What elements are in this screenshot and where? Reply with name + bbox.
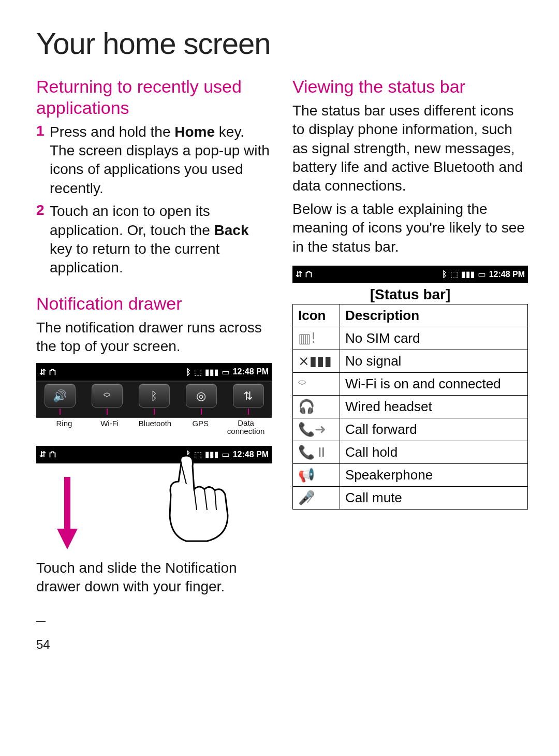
header-description: Description	[340, 304, 528, 327]
viewing-status-bar-body-1: The status bar uses different icons to d…	[292, 101, 528, 196]
no-sim-icon: ▥!	[298, 330, 316, 346]
wifi-toggle[interactable]: ⌔	[83, 382, 130, 417]
debug-icon: ⛫	[49, 367, 57, 377]
table-row: ×▮▮▮ No signal	[293, 350, 528, 372]
usb-icon: ⇵	[39, 449, 46, 459]
no-signal-icon: ×▮▮▮	[298, 353, 332, 369]
right-column: Viewing the status bar The status bar us…	[292, 71, 528, 601]
call-mute-icon: 🎤̷	[298, 490, 315, 505]
usb-icon: ⇵	[296, 269, 302, 279]
wifi-connected-desc: Wi-Fi is on and connected	[340, 372, 528, 395]
debug-icon: ⛫	[305, 269, 314, 279]
quick-toggle-row: 🔊 ⌔ ᛒ ◎ ⇅	[36, 381, 272, 418]
status-bar-sample-3: ⇵ ⛫ ᛒ ⬚ ▮▮▮ ▭ 12:48 PM	[292, 266, 528, 283]
step-2-bold: Back	[214, 222, 249, 238]
wired-headset-desc: Wired headset	[340, 395, 528, 418]
table-row: ⌔ Wi-Fi is on and connected	[293, 372, 528, 395]
data-icon: ⇅	[243, 389, 253, 402]
step-2-pre: Touch an icon to open its application. O…	[50, 203, 214, 238]
slide-caption: Touch and slide the Notification drawer …	[36, 559, 272, 597]
page-number: 54	[36, 637, 528, 652]
table-row: 🎤̷ Call mute	[293, 486, 528, 509]
status-time-1: 12:48 PM	[233, 367, 269, 376]
speakerphone-desc: Speakerphone	[340, 463, 528, 486]
bluetooth-toggle[interactable]: ᛒ	[130, 382, 178, 417]
status-time-3: 12:48 PM	[489, 270, 525, 279]
volume-icon: 🔊	[53, 389, 67, 402]
no-signal-desc: No signal	[340, 350, 528, 372]
step-2-number: 2	[36, 202, 50, 278]
viewing-status-bar-body-2: Below is a table explaining the meaning …	[292, 200, 528, 256]
call-mute-desc: Call mute	[340, 486, 528, 509]
gps-icon: ◎	[196, 389, 206, 402]
table-row: ▥! No SIM card	[293, 327, 528, 350]
usb-icon: ⇵	[39, 367, 46, 377]
step-2-post: key to return to the current application…	[50, 241, 219, 275]
wifi-icon: ⌔	[104, 389, 110, 402]
page-title: Your home screen	[36, 26, 528, 61]
debug-icon: ⛫	[49, 449, 57, 459]
signal-status-icon: ▮▮▮	[461, 269, 475, 279]
bluetooth-status-icon: ᛒ	[442, 269, 447, 279]
table-header-row: Icon Description	[293, 304, 528, 327]
svg-marker-1	[57, 529, 78, 549]
viewing-status-bar-heading: Viewing the status bar	[292, 76, 528, 97]
hand-pointer-icon	[150, 453, 243, 546]
step-2-text: Touch an icon to open its application. O…	[50, 202, 272, 278]
wifi-toggle-label: Wi-Fi	[87, 419, 133, 435]
battery-status-icon: ▭	[478, 269, 486, 279]
data-status-icon: ⬚	[450, 269, 458, 279]
ring-toggle-label: Ring	[41, 419, 87, 435]
left-column: Returning to recently used applications …	[36, 71, 272, 601]
table-row: 🎧 Wired headset	[293, 395, 528, 418]
step-1-number: 1	[36, 123, 50, 198]
call-hold-desc: Call hold	[340, 441, 528, 463]
table-row: 📞➜ Call forward	[293, 418, 528, 441]
speakerphone-icon: 📢	[298, 467, 315, 483]
ring-toggle[interactable]: 🔊	[36, 382, 83, 417]
header-icon: Icon	[293, 304, 340, 327]
step-1-pre: Press and hold the	[50, 124, 174, 140]
notification-drawer-figure: ⇵ ⛫ ᛒ ⬚ ▮▮▮ ▭ 12:48 PM 🔊	[36, 363, 272, 435]
svg-rect-0	[64, 477, 70, 529]
table-row: 📞⏸ Call hold	[293, 441, 528, 463]
status-bar-caption: [Status bar]	[292, 286, 528, 303]
gps-toggle-label: GPS	[178, 419, 223, 435]
wired-headset-icon: 🎧	[298, 399, 315, 414]
bluetooth-icon: ᛒ	[151, 389, 157, 402]
call-forward-desc: Call forward	[340, 418, 528, 441]
call-hold-icon: 📞⏸	[298, 444, 328, 460]
status-icon-table: Icon Description ▥! No SIM card ×▮▮▮ No …	[292, 304, 528, 510]
bluetooth-toggle-label: Bluetooth	[133, 419, 178, 435]
data-toggle-label: Data connection	[223, 419, 269, 435]
step-2: 2 Touch an icon to open its application.…	[36, 202, 272, 278]
step-1: 1 Press and hold the Home key. The scree…	[36, 123, 272, 198]
drag-illustration: ⇵ ⛫ ᛒ ⬚ ▮▮▮ ▭ 12:48 PM	[36, 446, 272, 555]
table-row: 📢 Speakerphone	[293, 463, 528, 486]
bluetooth-status-icon: ᛒ	[186, 367, 191, 377]
battery-status-icon: ▭	[222, 367, 230, 377]
step-1-bold: Home	[174, 124, 215, 140]
signal-status-icon: ▮▮▮	[205, 367, 218, 377]
step-1-text: Press and hold the Home key. The screen …	[50, 123, 272, 198]
wifi-connected-icon: ⌔	[298, 376, 306, 391]
returning-heading: Returning to recently used applications	[36, 76, 272, 119]
call-forward-icon: 📞➜	[298, 421, 326, 437]
notification-drawer-body: The notification drawer runs across the …	[36, 318, 272, 356]
data-status-icon: ⬚	[194, 367, 202, 377]
drag-arrow-icon	[57, 477, 78, 549]
notification-drawer-heading: Notification drawer	[36, 293, 272, 314]
no-sim-desc: No SIM card	[340, 327, 528, 350]
data-toggle[interactable]: ⇅	[225, 382, 272, 417]
status-bar-sample-1: ⇵ ⛫ ᛒ ⬚ ▮▮▮ ▭ 12:48 PM	[36, 363, 272, 381]
gps-toggle[interactable]: ◎	[178, 382, 225, 417]
